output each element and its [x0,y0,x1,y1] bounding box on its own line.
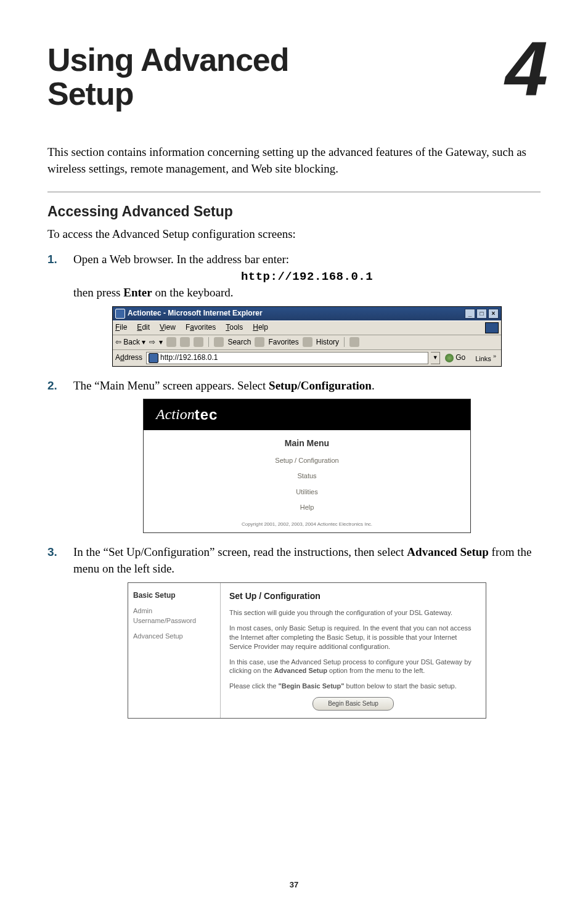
home-icon[interactable] [194,337,203,347]
chapter-header: Using Advanced Setup 4 [47,43,541,110]
chapter-title: Using Advanced Setup [47,43,289,110]
config-window: Basic Setup Admin Username/Password Adva… [128,582,486,719]
address-label: Address [115,353,144,363]
section-heading: Accessing Advanced Setup [47,203,541,220]
config-p2: In most cases, only Basic Setup is requi… [229,624,477,651]
menu-item-utilities[interactable]: Utilities [144,487,470,497]
search-label[interactable]: Search [227,337,251,348]
back-button[interactable]: ⇦ Back ▾ [115,337,145,348]
minimize-button[interactable]: _ [465,309,475,319]
ie-logo-icon [115,309,125,319]
menu-file[interactable]: File [115,322,127,333]
step-1-text-a: Open a Web browser. In the address bar e… [73,253,289,266]
sidebar-item-admin[interactable]: Admin Username/Password [133,606,215,626]
step-1-text-b-post: on the keyboard. [152,286,234,299]
address-field[interactable]: http://192.168.0.1 [146,352,428,364]
menu-help[interactable]: Help [253,322,268,333]
toolbar-separator [344,337,345,347]
figure-actiontec-menu: Actiontec Main Menu Setup / Configuratio… [73,399,541,533]
history-label[interactable]: History [316,337,339,348]
go-icon [445,354,454,362]
menu-edit[interactable]: Edit [137,322,150,333]
actiontec-window: Actiontec Main Menu Setup / Configuratio… [143,399,471,533]
menu-item-setup[interactable]: Setup / Configuration [144,456,470,465]
logo-part-italic: Action [156,404,195,425]
step-2-bold: Setup/Configuration [269,379,372,392]
ie-title-text: Actiontec - Microsoft Internet Explorer [128,308,263,319]
favorites-label[interactable]: Favorites [268,337,298,348]
section-divider [47,192,541,192]
step-3-pre: In the “Set Up/Configuration” screen, re… [73,545,407,558]
search-icon[interactable] [214,337,224,347]
ie-window: Actiontec - Microsoft Internet Explorer … [112,306,502,367]
toolbar-separator [208,337,209,347]
step-1: Open a Web browser. In the address bar e… [47,251,541,367]
actiontec-body: Main Menu Setup / Configuration Status U… [144,430,470,532]
ie-titlebar: Actiontec - Microsoft Internet Explorer … [113,307,501,320]
sidebar-title[interactable]: Basic Setup [133,590,215,601]
section-lead: To access the Advanced Setup configurati… [47,226,541,243]
page-icon [149,353,158,363]
history-icon[interactable] [303,337,312,347]
steps-list: Open a Web browser. In the address bar e… [47,251,541,719]
step-1-text-b-pre: then press [73,286,123,299]
menu-view[interactable]: View [160,322,176,333]
menu-tools[interactable]: Tools [226,322,243,333]
address-dropdown[interactable]: ▼ [431,352,440,364]
step-3: In the “Set Up/Configuration” screen, re… [47,544,541,719]
step-1-text-b-bold: Enter [123,286,152,299]
menu-item-help[interactable]: Help [144,503,470,512]
step-3-bold: Advanced Setup [407,545,489,558]
ie-menubar: File Edit View Favorites Tools Help [113,320,501,335]
begin-basic-setup-button[interactable]: Begin Basic Setup [312,697,394,711]
maximize-button[interactable]: □ [476,309,487,319]
config-title: Set Up / Configuration [229,590,477,603]
favorites-icon[interactable] [255,337,264,347]
chapter-number: 4 [505,36,545,101]
address-value: http://192.168.0.1 [160,353,218,363]
figure-ie-window: Actiontec - Microsoft Internet Explorer … [73,306,541,367]
config-p3: In this case, use the Advanced Setup pro… [229,658,477,676]
copyright-text: Copyright 2001, 2002, 2003, 2004 Actiont… [144,521,470,528]
links-button[interactable]: Links » [473,353,499,364]
menu-item-status[interactable]: Status [144,471,470,481]
step-2-pre: The “Main Menu” screen appears. Select [73,379,269,392]
step-2: The “Main Menu” screen appears. Select S… [47,378,541,534]
page: Using Advanced Setup 4 This section cont… [0,0,588,909]
chapter-title-line1: Using Advanced [47,42,289,78]
close-button[interactable]: × [488,309,499,319]
ie-toolbar: ⇦ Back ▾ ⇨ ▾ Search Favorites History [113,335,501,350]
config-p1: This section will guide you through the … [229,608,477,618]
config-sidebar: Basic Setup Admin Username/Password Adva… [128,583,221,719]
chapter-title-line2: Setup [47,76,133,112]
page-number: 37 [0,880,588,889]
stop-icon[interactable] [166,337,176,347]
go-button[interactable]: Go [443,353,468,363]
step-2-post: . [372,379,375,392]
figure-config-screen: Basic Setup Admin Username/Password Adva… [73,582,541,719]
ie-flag-icon [485,322,499,333]
config-content: Set Up / Configuration This section will… [221,583,486,719]
refresh-icon[interactable] [180,337,190,347]
actiontec-logo: Actiontec [144,399,470,430]
menu-favorites[interactable]: Favorites [186,322,216,333]
sidebar-item-advanced[interactable]: Advanced Setup [133,632,215,641]
main-menu-title: Main Menu [144,438,470,450]
ie-addressbar: Address http://192.168.0.1 ▼ Go Links » [113,350,501,366]
config-p4: Please click the "Begin Basic Setup" but… [229,682,477,691]
dropdown-arrow-icon[interactable]: ▾ [159,337,163,348]
chapter-intro: This section contains information concer… [47,144,541,177]
step-1-url: http://192.168.0.1 [241,270,373,283]
logo-part-bold: tec [195,404,218,425]
print-icon[interactable] [349,337,359,347]
forward-button[interactable]: ⇨ [149,337,155,348]
